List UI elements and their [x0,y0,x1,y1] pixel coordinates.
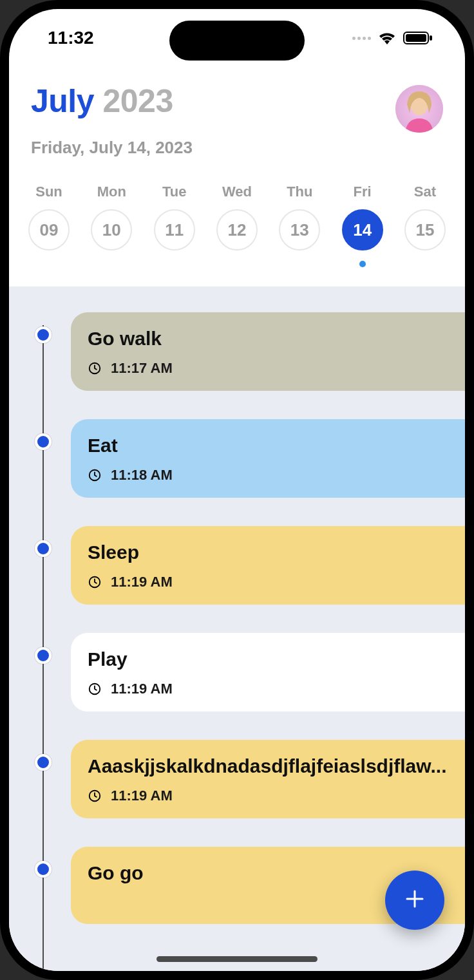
day-sat[interactable]: Sat15 [398,184,452,267]
timeline-item: Play11:19 AM [9,633,465,711]
event-card[interactable]: Aaaskjjskalkdnadasdjflajfeiaslsdjflaw...… [71,740,465,818]
timeline-item: Go walk11:17 AM [9,312,465,391]
clock-icon [88,682,102,696]
day-fri[interactable]: Fri14 [336,184,390,267]
wifi-icon [377,31,397,45]
month-year-title: July 2023 [31,82,173,120]
event-title: Go walk [88,328,448,350]
clock-icon [88,789,102,803]
clock-icon [88,468,102,482]
event-time-row: 11:19 AM [88,681,448,697]
day-thu[interactable]: Thu13 [272,184,327,267]
day-label: Tue [162,184,186,200]
week-row: Sun09Mon10Tue11Wed12Thu13Fri14Sat15 [9,165,465,287]
device-frame: 11:32 July 2023 [0,0,474,980]
screen: 11:32 July 2023 [9,9,465,971]
day-number: 10 [91,209,132,250]
timeline-marker [35,861,52,878]
timeline-marker [35,326,52,343]
timeline-marker [35,540,52,557]
event-time: 11:19 AM [111,787,173,804]
svg-rect-1 [406,34,426,42]
day-sun[interactable]: Sun09 [22,184,76,267]
day-wed[interactable]: Wed12 [210,184,264,267]
event-time-row: 11:19 AM [88,787,448,804]
event-card[interactable]: Eat11:18 AM [71,419,465,498]
timeline-area[interactable]: Go walk11:17 AMEat11:18 AMSleep11:19 AMP… [9,287,465,971]
dynamic-island [169,21,305,61]
year-label: 2023 [102,83,173,119]
day-label: Mon [97,184,126,200]
event-card[interactable]: Sleep11:19 AM [71,526,465,605]
avatar[interactable] [395,85,443,133]
timeline-marker [35,754,52,771]
timeline-marker [35,433,52,450]
day-number: 14 [342,209,383,250]
app-header: July 2023 Friday, July 14, 2023 [9,67,465,165]
day-label: Thu [287,184,312,200]
day-number: 11 [154,209,195,250]
event-card[interactable]: Play11:19 AM [71,633,465,711]
event-title: Sleep [88,542,448,563]
battery-icon [403,31,433,45]
svg-rect-2 [430,35,432,41]
event-time-row: 11:17 AM [88,360,448,377]
timeline-item: Eat11:18 AM [9,419,465,498]
cellular-icon [352,37,371,40]
plus-icon [403,887,426,913]
add-event-button[interactable] [385,871,444,930]
day-mon[interactable]: Mon10 [84,184,138,267]
status-time: 11:32 [48,28,94,48]
month-label: July [31,83,94,119]
event-time-row: 11:18 AM [88,467,448,484]
clock-icon [88,575,102,589]
event-time: 11:19 AM [111,681,173,697]
day-indicator-dot [359,261,366,267]
timeline-marker [35,647,52,664]
event-title: Eat [88,435,448,457]
home-indicator[interactable] [156,956,318,962]
timeline-item: Aaaskjjskalkdnadasdjflajfeiaslsdjflaw...… [9,740,465,818]
day-label: Sun [35,184,62,200]
day-number: 09 [28,209,70,250]
day-number: 12 [216,209,258,250]
event-time: 11:17 AM [111,360,173,377]
date-subtitle: Friday, July 14, 2023 [31,138,443,158]
timeline-item: Sleep11:19 AM [9,526,465,605]
day-tue[interactable]: Tue11 [147,184,202,267]
clock-icon [88,361,102,375]
event-title: Aaaskjjskalkdnadasdjflajfeiaslsdjflaw... [88,755,448,777]
day-label: Fri [354,184,372,200]
event-time: 11:19 AM [111,574,173,590]
day-label: Wed [222,184,252,200]
event-title: Play [88,648,448,670]
status-icons [352,31,433,45]
day-number: 15 [404,209,446,250]
day-label: Sat [414,184,436,200]
event-card[interactable]: Go walk11:17 AM [71,312,465,391]
event-time: 11:18 AM [111,467,173,484]
event-time-row: 11:19 AM [88,574,448,590]
day-number: 13 [279,209,320,250]
